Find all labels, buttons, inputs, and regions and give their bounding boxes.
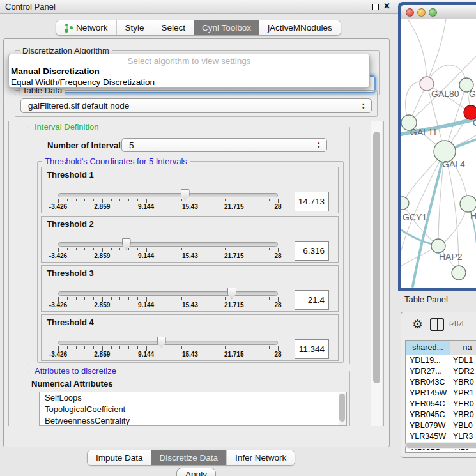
cell-name[interactable]: YBR0 [450, 410, 476, 420]
gear-icon[interactable]: ⚙ [412, 317, 423, 332]
tab-jactivemnodules[interactable]: jActiveMNodules [259, 20, 341, 35]
tick-mark [128, 199, 129, 201]
cell-shared-name[interactable]: YBR045C [406, 410, 450, 420]
cell-name[interactable]: YER0 [450, 399, 476, 410]
scrollbar-thumb[interactable] [373, 132, 380, 383]
zoom-traffic-light[interactable] [429, 8, 437, 17]
tick-mark [58, 346, 59, 351]
threshold-label: Threshold 4 [47, 318, 94, 327]
threshold-value-field[interactable]: 21.4 [295, 290, 329, 310]
cell-name[interactable]: YBL0 [450, 420, 476, 431]
number-of-intervals-combobox[interactable]: 5 ▲▼ [121, 138, 327, 152]
slider-thumb[interactable] [157, 337, 166, 348]
tick-mark [164, 297, 164, 300]
tick-mark [269, 248, 270, 250]
cell-shared-name[interactable]: YBR043C [406, 377, 450, 388]
slider-track[interactable] [58, 341, 278, 345]
tick-mark [234, 297, 234, 302]
slider-thumb[interactable] [181, 189, 190, 201]
tick-mark [269, 297, 270, 300]
tick-mark [208, 297, 208, 300]
table-row[interactable]: YBL079WYBL0 [406, 420, 476, 431]
table-row[interactable]: YLR345WYLR3 [406, 431, 476, 442]
cell-shared-name[interactable]: YLR345W [406, 431, 450, 442]
cell-name[interactable]: YPR1 [450, 388, 476, 399]
table-hscrollbar[interactable] [405, 442, 476, 449]
select-columns-icon[interactable]: ☑☑ [449, 319, 464, 328]
numerical-attributes-list[interactable]: SelfLoopsTopologicalCoefficientBetweenne… [39, 392, 347, 426]
table-row[interactable]: YPR145WYPR1 [406, 388, 476, 399]
column-header-name[interactable]: na [450, 341, 476, 355]
threshold-value-field[interactable]: 14.713 [295, 192, 329, 211]
float-window-button[interactable] [372, 4, 379, 10]
node[interactable] [460, 196, 476, 212]
tab-cyni-toolbox[interactable]: Cyni Toolbox [194, 20, 259, 35]
tick-label: -3.426 [39, 203, 77, 210]
close-button[interactable]: ✕ [383, 1, 390, 11]
node[interactable] [452, 266, 466, 280]
tab-network[interactable]: Network [56, 20, 116, 35]
tick-mark [173, 346, 173, 349]
column-header-shared-name[interactable]: shared... [406, 341, 450, 355]
cell-shared-name[interactable]: YBL079W [406, 420, 450, 431]
node-label: HAP2 [439, 252, 463, 262]
slider-track[interactable] [58, 291, 278, 296]
slider-thumb[interactable] [122, 238, 131, 250]
cell-shared-name[interactable]: YPR145W [406, 388, 450, 399]
settings-scrollbar[interactable] [371, 121, 382, 426]
tick-mark [111, 346, 112, 349]
table-row[interactable]: YDL19...YDL1 [406, 355, 476, 366]
cell-name[interactable]: YLR3 [450, 431, 476, 442]
tab-select[interactable]: Select [153, 20, 194, 35]
slider-track[interactable] [58, 193, 278, 197]
threshold-value-field[interactable]: 11.344 [295, 339, 329, 359]
table-header-row: shared... na [406, 341, 476, 355]
tick-mark [93, 297, 94, 300]
attribute-list-item[interactable]: SelfLoops [40, 392, 346, 404]
tick-mark [155, 297, 155, 300]
popup-option-equal-width-frequency[interactable]: Equal Width/Frequency Discretization [11, 77, 155, 87]
slider-thumb[interactable] [227, 288, 236, 299]
tab-impute-data[interactable]: Impute Data [88, 450, 151, 465]
network-window-titlebar[interactable] [401, 5, 476, 19]
table-row[interactable]: YDR27...YDR2 [406, 366, 476, 377]
node[interactable] [401, 197, 409, 210]
tick-mark [243, 346, 243, 349]
node-HAP2[interactable] [431, 239, 445, 253]
threshold-value-field[interactable]: 6.316 [295, 241, 329, 261]
attribute-list-item[interactable]: BetweennessCentrality [40, 415, 346, 426]
cell-name[interactable]: YDR2 [450, 366, 476, 377]
apply-button[interactable]: Apply [176, 468, 216, 476]
node-attribute-table[interactable]: shared... na YDL19...YDL1YDR27...YDR2YBR… [405, 340, 476, 453]
tick-mark [119, 199, 120, 201]
tick-label: 15.43 [171, 302, 209, 309]
tick-label: 28 [259, 302, 297, 309]
tick-mark [261, 297, 261, 300]
cell-shared-name[interactable]: YDR27... [406, 366, 450, 377]
cell-name[interactable]: YDL1 [450, 355, 476, 366]
slider-track[interactable] [58, 242, 278, 247]
table-data-combobox[interactable]: galFiltered.sif default node ▲▼ [20, 98, 372, 113]
tab-discretize-data[interactable]: Discretize Data [151, 450, 227, 465]
network-canvas[interactable]: GAL80GACGAL11GAL4GCY1HHAP2 [401, 19, 476, 288]
tick-mark [261, 346, 261, 349]
attribute-list-item[interactable]: TopologicalCoefficient [40, 404, 346, 415]
close-traffic-light[interactable] [406, 8, 414, 17]
tick-mark [261, 199, 261, 201]
minimize-traffic-light[interactable] [417, 8, 426, 17]
node-label: GAL80 [431, 89, 459, 99]
tick-label: 15.43 [171, 252, 209, 259]
list-scrollbar[interactable] [339, 393, 346, 425]
cell-shared-name[interactable]: YER054C [406, 399, 450, 410]
cell-name[interactable]: YBR0 [450, 377, 476, 388]
tab-style[interactable]: Style [116, 20, 153, 35]
popup-option-manual-discretization[interactable]: Manual Discretization [11, 66, 100, 76]
cell-shared-name[interactable]: YDL19... [406, 355, 450, 366]
tick-label: 28 [259, 351, 297, 358]
tab-infer-network[interactable]: Infer Network [226, 450, 295, 465]
tick-mark [102, 297, 103, 302]
table-row[interactable]: YBR045CYBR0 [406, 410, 476, 420]
table-row[interactable]: YER054CYER0 [406, 399, 476, 410]
table-row[interactable]: YBR043CYBR0 [406, 377, 476, 388]
columns-icon[interactable] [430, 318, 444, 331]
